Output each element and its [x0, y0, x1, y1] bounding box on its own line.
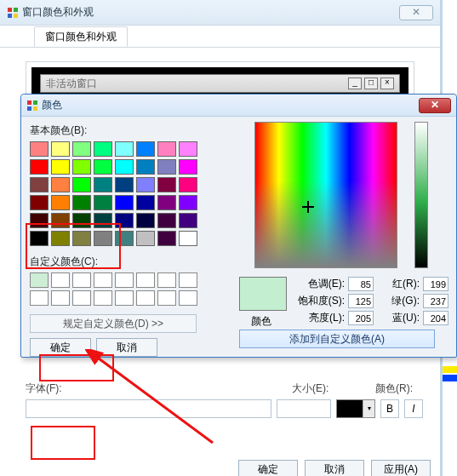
custom-swatch[interactable] [157, 290, 176, 306]
swatch[interactable] [179, 213, 197, 228]
swatch[interactable] [30, 177, 49, 192]
red-label: 红(R): [377, 277, 423, 291]
sat-input[interactable] [348, 294, 374, 308]
size-select[interactable] [277, 399, 331, 418]
swatch[interactable] [94, 195, 112, 210]
swatch[interactable] [51, 159, 70, 175]
swatch[interactable] [30, 159, 49, 175]
preview-window-buttons: _ □ × [348, 77, 394, 89]
swatch[interactable] [30, 195, 49, 210]
swatch[interactable] [136, 141, 155, 157]
swatch[interactable] [72, 213, 91, 228]
swatch[interactable] [94, 159, 112, 175]
swatch[interactable] [179, 231, 197, 246]
hue-sat-picker[interactable] [254, 122, 397, 268]
ok-button[interactable]: 确定 [238, 460, 298, 476]
swatch[interactable] [51, 141, 70, 157]
swatch[interactable] [157, 195, 176, 210]
blue-bar [442, 375, 457, 381]
swatch[interactable] [94, 231, 112, 246]
swatch[interactable] [51, 195, 70, 210]
green-input[interactable] [423, 294, 448, 308]
custom-swatch[interactable] [136, 272, 155, 288]
swatch[interactable] [136, 159, 155, 175]
custom-swatch[interactable] [30, 272, 49, 288]
swatch[interactable] [157, 231, 176, 246]
swatch[interactable] [72, 177, 91, 192]
custom-swatch[interactable] [136, 290, 155, 306]
swatch[interactable] [30, 141, 49, 157]
swatch[interactable] [157, 213, 176, 228]
swatch[interactable] [179, 159, 197, 175]
swatch[interactable] [157, 141, 176, 157]
svg-rect-5 [33, 100, 37, 105]
swatch[interactable] [115, 213, 134, 228]
color-select[interactable]: ▾ [336, 399, 375, 418]
hue-input[interactable] [348, 277, 374, 291]
swatch[interactable] [136, 195, 155, 210]
red-input[interactable] [423, 277, 448, 291]
swatch[interactable] [51, 177, 70, 192]
swatch[interactable] [157, 159, 176, 175]
close-icon[interactable]: ✕ [399, 5, 433, 20]
sat-label: 饱和度(S): [295, 294, 348, 308]
minimize-icon: _ [348, 77, 362, 89]
swatch[interactable] [115, 141, 134, 157]
custom-swatch[interactable] [179, 272, 197, 288]
hue-label: 色调(E): [295, 277, 348, 291]
cancel-button[interactable]: 取消 [96, 338, 157, 357]
custom-swatch[interactable] [51, 272, 70, 288]
swatch[interactable] [94, 177, 112, 192]
swatch[interactable] [51, 231, 70, 246]
ok-button[interactable]: 确定 [30, 338, 91, 357]
swatch[interactable] [136, 213, 155, 228]
custom-swatch[interactable] [94, 290, 112, 306]
apply-button[interactable]: 应用(A) [371, 460, 431, 476]
swatch[interactable] [136, 177, 155, 192]
swatch[interactable] [72, 159, 91, 175]
swatch[interactable] [51, 213, 70, 228]
define-custom-button[interactable]: 规定自定义颜色(D) >> [30, 314, 197, 333]
swatch[interactable] [94, 141, 112, 157]
custom-swatch[interactable] [72, 290, 91, 306]
italic-button[interactable]: I [404, 399, 423, 418]
swatch[interactable] [179, 177, 197, 192]
swatch[interactable] [115, 231, 134, 246]
custom-swatch[interactable] [157, 272, 176, 288]
cancel-button[interactable]: 取消 [305, 460, 364, 476]
swatch[interactable] [115, 177, 134, 192]
swatch[interactable] [72, 231, 91, 246]
swatch[interactable] [157, 177, 176, 192]
custom-swatch[interactable] [30, 290, 49, 306]
swatch[interactable] [136, 231, 155, 246]
close-icon[interactable]: ✕ [419, 98, 451, 113]
swatch[interactable] [179, 141, 197, 157]
tab-appearance[interactable]: 窗口颜色和外观 [34, 26, 128, 47]
luminance-slider[interactable] [414, 122, 428, 268]
swatch[interactable] [72, 141, 91, 157]
swatch[interactable] [30, 231, 49, 246]
custom-swatch[interactable] [179, 290, 197, 306]
swatch[interactable] [179, 195, 197, 210]
swatch[interactable] [94, 213, 112, 228]
lum-input[interactable] [348, 311, 374, 325]
custom-swatch[interactable] [51, 290, 70, 306]
font-select[interactable] [26, 399, 271, 418]
maximize-icon: □ [364, 77, 378, 89]
bold-button[interactable]: B [380, 399, 399, 418]
custom-swatch[interactable] [115, 272, 134, 288]
swatch[interactable] [115, 159, 134, 175]
swatch[interactable] [72, 195, 91, 210]
svg-rect-3 [14, 14, 18, 18]
blue-input[interactable] [423, 311, 448, 325]
color-dialog: 颜色 ✕ 基本颜色(B): 自定义颜色(C): 规定自定义颜色(D) >> 确定… [20, 94, 457, 358]
add-to-custom-button[interactable]: 添加到自定义颜色(A) [239, 330, 435, 348]
custom-swatch[interactable] [72, 272, 91, 288]
custom-swatch[interactable] [94, 272, 112, 288]
custom-swatch[interactable] [115, 290, 134, 306]
swatch[interactable] [115, 195, 134, 210]
size-label: 大小(E): [292, 381, 340, 396]
svg-rect-7 [33, 106, 37, 111]
app-icon [7, 7, 19, 19]
swatch[interactable] [30, 213, 49, 228]
